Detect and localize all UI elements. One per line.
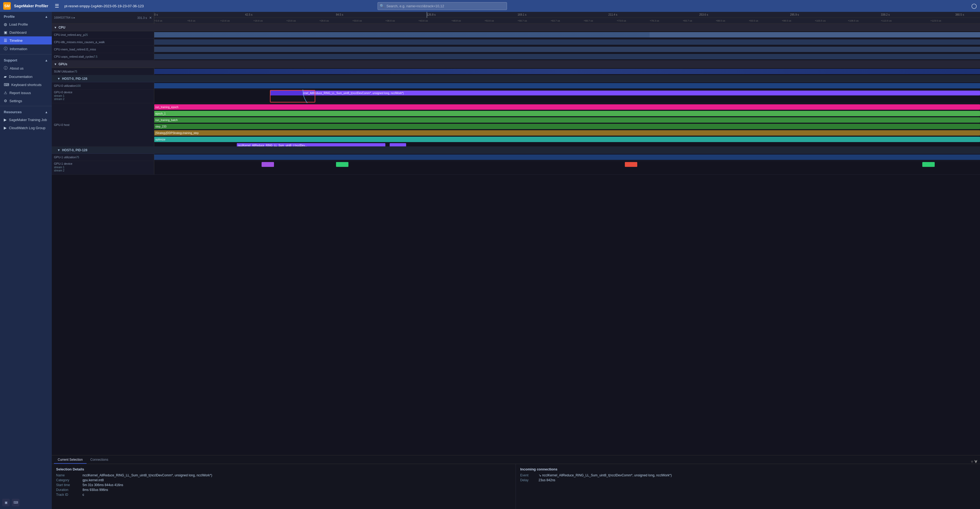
track-content-gpu0-host[interactable]: run_training_epoch epoch_1 run_training_…: [154, 103, 980, 146]
event-gpu1-a[interactable]: [262, 162, 274, 167]
event-epoch1[interactable]: epoch_1: [154, 111, 980, 116]
scrubber-marker: [426, 12, 427, 18]
conn-label-delay: Delay: [520, 478, 536, 482]
track-content-gpu1-util[interactable]: [154, 154, 980, 161]
track-content-sum-util[interactable]: [154, 68, 980, 75]
event-optimize[interactable]: optimize: [154, 137, 980, 142]
track-row-gpu0-host: GPU-0 host run_training_epoch epoch_1 ru…: [52, 103, 980, 147]
app-name: SageMaker Profiler: [14, 4, 48, 8]
mini-icon-2[interactable]: ⌨: [12, 499, 19, 506]
sidebar-item-information[interactable]: ⓘ Information: [0, 45, 52, 53]
cpu-section-label: CPU: [59, 25, 65, 29]
support-section-header[interactable]: Support ▲: [0, 56, 52, 64]
event-gpu1-c[interactable]: [625, 162, 637, 167]
main-layout: Profile ▲ ◍ Load Profile ▣ Dashboard ☰ T…: [0, 12, 980, 509]
track-content-cpu-2[interactable]: [154, 38, 980, 46]
host0-pid126-header[interactable]: ▼ HOST-0, PID-126: [52, 75, 980, 82]
expand-icon[interactable]: ⮟: [974, 460, 978, 464]
ruler-time-right: 331.3 s: [137, 16, 147, 19]
tab-current-selection[interactable]: Current Selection: [54, 456, 87, 464]
track-content-gpu1-device[interactable]: [154, 161, 980, 175]
content-area: 1684537764 s ▸ 331.3 s ✕ 0 s 42.5 s 84.5…: [52, 12, 980, 509]
track-label-gpu0-host: GPU-0 host: [52, 103, 154, 146]
ruler-time-strip: 0 s 42.5 s 84.5 s 126.8 s 169.1 s 211.4 …: [154, 12, 980, 24]
track-label-sum-util: SUM Utilization 75: [52, 68, 154, 75]
mini-icon-1[interactable]: ▣: [2, 499, 10, 506]
timeline-ruler: 1684537764 s ▸ 331.3 s ✕ 0 s 42.5 s 84.5…: [52, 12, 980, 24]
event-gpu1-d[interactable]: [922, 162, 935, 167]
gpu-section-label: GPUs: [59, 62, 67, 66]
track-row-cpu-4: CPU-uops_retired.stall_cycles 7.5: [52, 53, 980, 60]
conn-label-event: Event: [520, 473, 536, 477]
sidebar-item-settings[interactable]: ⚙ Settings: [0, 97, 52, 105]
detail-label-duration: Duration: [56, 488, 80, 492]
profile-title: pt-resnet-smppy-1xg4dn-2023-05-19-23-07-…: [64, 4, 144, 8]
sidebar-item-report-issues[interactable]: ⚠ Report issuus: [0, 89, 52, 97]
track-content-cpu-1[interactable]: [154, 31, 980, 38]
track-content-cpu-3[interactable]: [154, 46, 980, 53]
dashboard-icon: ▣: [4, 30, 7, 35]
timeline-icon: ☰: [4, 38, 7, 43]
track-area[interactable]: ▼ CPU CPU-inst_retired.any_p 25 CPU-itlb…: [52, 24, 980, 455]
close-ruler-icon[interactable]: ✕: [149, 16, 152, 20]
conn-value-delay: 23us 842ns: [539, 478, 555, 482]
menu-icon[interactable]: ☰: [54, 2, 60, 10]
sidebar: Profile ▲ ◍ Load Profile ▣ Dashboard ☰ T…: [0, 12, 52, 509]
event-ddpstrategy[interactable]: [Strategy]DDPStrategy.training_step: [154, 130, 980, 135]
ruler-bottom-ticks: +3.6 us +8.6 us +13.6 us +18.6 us +23.6 …: [154, 18, 980, 24]
track-row-cpu-2: CPU-itlb_misses.miss_causes_a_walk: [52, 38, 980, 46]
incoming-connections-title: Incoming connections: [520, 467, 976, 471]
filter-icon[interactable]: ▿: [971, 460, 973, 464]
detail-value-name: ncclKernel_AllReduce_RING_LL_Sum_uint8_t…: [83, 473, 212, 477]
event-nccl-host-bottom[interactable]: ncclKernel_AllReduce_RING_LL_Sum_uint8_t…: [237, 143, 385, 146]
sidebar-item-sagemaker-job[interactable]: ▶ SageMaker Training Job: [0, 116, 52, 124]
track-label-cpu-3: CPU-mem_load_retired.l3_miss: [52, 46, 154, 53]
detail-label-name: Name: [56, 473, 80, 477]
track-content-gpu0-util[interactable]: [154, 82, 980, 89]
documentation-icon: ▰: [4, 75, 7, 79]
sidebar-item-keyboard-shortcuts[interactable]: ⌨ Keyboard shortcuts: [0, 81, 52, 89]
about-icon: ⓘ: [4, 66, 8, 71]
event-nccl-device-stream1[interactable]: ncclKernel_AllReduce_RING_LL_Sum_uint8_t…: [295, 91, 980, 95]
detail-value-duration: 8ms 930us 996ns: [83, 488, 108, 492]
search-input[interactable]: [377, 2, 507, 10]
sidebar-item-about[interactable]: ⓘ About us: [0, 64, 52, 73]
track-content-cpu-4[interactable]: [154, 53, 980, 60]
gpu-section-header[interactable]: ▼ GPUs: [52, 60, 980, 68]
event-gpu1-b[interactable]: [336, 162, 348, 167]
power-icon[interactable]: ◯: [971, 3, 977, 9]
track-row-cpu-1: CPU-inst_retired.any_p 25: [52, 31, 980, 38]
track-row-sum-util: SUM Utilization 75: [52, 68, 980, 75]
keyboard-icon: ⌨: [4, 83, 9, 87]
gpu-chevron-icon: ▼: [54, 62, 57, 66]
load-profile-icon: ◍: [4, 22, 7, 26]
event-nccl-pre[interactable]: [270, 91, 303, 95]
host0-pid128-header[interactable]: ▼ HOST-0, PID-128: [52, 147, 980, 154]
event-run-training-batch[interactable]: run_training_batch: [154, 117, 980, 122]
tab-connections[interactable]: Connections: [87, 456, 112, 464]
detail-value-category: gpu.kernel.int8: [83, 478, 104, 482]
sidebar-item-load-profile[interactable]: ◍ Load Profile: [0, 20, 52, 28]
event-nccl-host-right[interactable]: [390, 143, 406, 146]
track-row-gpu0-device: GPU-0 device stream 1 stream 2 ncclKerne…: [52, 89, 980, 103]
support-chevron-icon: ▲: [45, 59, 48, 62]
pid126-chevron-icon: ▼: [57, 77, 60, 81]
conn-row-event: Event ↘ ncclKernel_AllReduce_RING_LL_Sum…: [520, 473, 976, 477]
event-step233[interactable]: step_233: [154, 124, 980, 129]
conn-value-event: ↘ ncclKernel_AllReduce_RING_LL_Sum_uint8…: [539, 473, 672, 477]
resources-section-header[interactable]: Resources ▲: [0, 107, 52, 116]
cpu-section-header[interactable]: ▼ CPU: [52, 24, 980, 31]
bottom-content: Selection Details Name ncclKernel_AllRed…: [52, 464, 980, 509]
sidebar-item-cloudwatch[interactable]: ▶ CloudWatch Log Group: [0, 124, 52, 132]
sidebar-item-timeline[interactable]: ☰ Timeline: [0, 37, 52, 45]
track-label-gpu1-util: GPU-1 utilization 75: [52, 154, 154, 161]
resources-chevron-icon: ▲: [45, 110, 48, 114]
detail-value-trackid: c: [83, 493, 84, 496]
sidebar-item-documentation[interactable]: ▰ Documentation: [0, 73, 52, 81]
ruler-time-left: 1684537764 s ▸: [54, 16, 75, 19]
profile-section-header[interactable]: Profile ▲: [0, 12, 52, 20]
track-content-gpu0-device[interactable]: ncclKernel_AllReduce_RING_LL_Sum_uint8_t…: [154, 89, 980, 103]
detail-row-trackid: Track ID c: [56, 493, 511, 496]
event-run-training-epoch[interactable]: run_training_epoch: [154, 104, 980, 110]
sidebar-item-dashboard[interactable]: ▣ Dashboard: [0, 28, 52, 37]
